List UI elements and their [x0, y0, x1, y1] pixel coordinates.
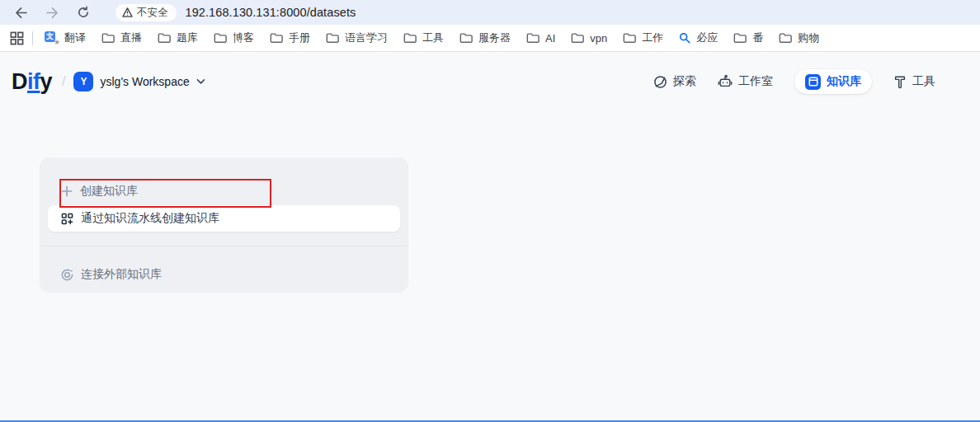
bookmark-label: AI [545, 32, 555, 45]
pipeline-blocks-icon [61, 213, 73, 225]
browser-toolbar: 不安全 192.168.130.131:8000/datasets [0, 0, 980, 25]
explore-compass-icon [653, 75, 667, 89]
bookmark-item[interactable]: 文★ 翻译 [45, 30, 86, 45]
connect-external-button[interactable]: 连接外部知识库 [48, 263, 400, 286]
workspace-name: yslg's Workspace [100, 75, 189, 88]
back-button[interactable] [10, 2, 31, 23]
back-arrow-icon [14, 6, 28, 20]
url-text[interactable]: 192.168.130.131:8000/datasets [186, 6, 356, 19]
bookmark-label: 工具 [422, 30, 444, 45]
folder-icon [158, 32, 171, 44]
bookmark-label: 手册 [289, 30, 310, 45]
bookmark-list: 文★ 翻译 直播 题库 博客 手册 语言学习 工具 服务器 AI vpn 工作 … [45, 30, 819, 45]
create-from-pipeline-button[interactable]: 通过知识流水线创建知识库 [48, 205, 400, 232]
bookmark-item[interactable]: 必应 [679, 30, 718, 45]
apps-grid-button[interactable] [10, 31, 24, 45]
bookmark-label: 番 [752, 30, 763, 45]
bookmark-item[interactable]: 直播 [101, 30, 142, 45]
bookmark-label: 服务器 [478, 30, 511, 45]
security-label: 不安全 [137, 6, 168, 20]
bookmark-label: 题库 [177, 30, 198, 45]
folder-icon [623, 32, 636, 44]
bookmark-label: 语言学习 [345, 30, 388, 45]
bookmark-item[interactable]: 手册 [270, 30, 310, 45]
folder-icon [403, 32, 417, 44]
bookmark-item[interactable]: 博客 [214, 30, 254, 45]
connect-external-icon [61, 269, 73, 281]
nav-explore-label: 探索 [673, 74, 696, 89]
bookmark-item[interactable]: 工具 [403, 30, 444, 45]
create-knowledge-card: 创建知识库 通过知识流水线创建知识库 连接外部知识库 [40, 157, 408, 293]
search-icon [679, 32, 690, 44]
bookmark-item[interactable]: 语言学习 [326, 30, 388, 45]
workspace-selector[interactable]: Y yslg's Workspace [73, 72, 205, 91]
folder-icon [326, 32, 339, 44]
bookmark-label: 必应 [696, 30, 718, 45]
folder-icon [101, 32, 115, 44]
nav-studio-label: 工作室 [738, 74, 773, 89]
refresh-button[interactable] [73, 2, 94, 23]
bookmark-label: vpn [590, 32, 607, 45]
warning-triangle-icon [122, 7, 133, 17]
bookmark-label: 购物 [798, 30, 819, 45]
forward-arrow-icon [45, 6, 59, 20]
chevron-down-icon [196, 78, 205, 85]
nav-explore[interactable]: 探索 [653, 74, 696, 89]
refresh-icon [77, 6, 90, 19]
dify-logo[interactable]: Dify [12, 69, 52, 95]
knowledge-book-icon [805, 74, 821, 90]
bookmarks-divider [32, 31, 33, 45]
nav-studio[interactable]: 工作室 [718, 74, 773, 89]
workspace-avatar: Y [73, 72, 93, 91]
bookmark-label: 工作 [642, 30, 663, 45]
folder-icon [571, 32, 584, 44]
translate-icon: 文★ [45, 31, 59, 45]
bookmark-item[interactable]: 番 [733, 30, 763, 45]
bookmark-label: 博客 [233, 30, 254, 45]
folder-icon [733, 32, 747, 44]
nav-knowledge[interactable]: 知识库 [794, 69, 872, 94]
create-knowledge-button[interactable]: 创建知识库 [48, 177, 400, 205]
folder-icon [214, 32, 227, 44]
nav-tools[interactable]: 工具 [893, 74, 935, 89]
bookmark-item[interactable]: 工作 [623, 30, 663, 45]
plus-icon [61, 185, 73, 197]
bookmark-item[interactable]: AI [526, 32, 555, 45]
app-header: Dify / Y yslg's Workspace 探索 工作室 知识库 [0, 53, 980, 110]
bookmark-item[interactable]: vpn [571, 32, 607, 45]
create-from-pipeline-label: 通过知识流水线创建知识库 [81, 211, 219, 226]
bookmark-item[interactable]: 服务器 [459, 30, 511, 45]
forward-button[interactable] [41, 2, 63, 23]
folder-icon [270, 32, 283, 44]
bookmark-label: 直播 [120, 30, 142, 45]
card-divider [40, 246, 408, 246]
robot-icon [718, 74, 733, 89]
breadcrumb-slash: / [62, 74, 65, 89]
bookmark-label: 翻译 [64, 30, 86, 45]
main-nav: 探索 工作室 知识库 工具 [653, 69, 935, 94]
nav-tools-label: 工具 [912, 74, 935, 89]
create-knowledge-label: 创建知识库 [80, 184, 138, 199]
security-chip[interactable]: 不安全 [115, 4, 177, 21]
nav-knowledge-label: 知识库 [827, 74, 861, 89]
apps-grid-icon [10, 31, 24, 45]
tools-icon [893, 75, 907, 89]
bookmark-item[interactable]: 购物 [779, 30, 819, 45]
folder-icon [459, 32, 473, 44]
folder-icon [779, 32, 792, 44]
dify-app: Dify / Y yslg's Workspace 探索 工作室 知识库 [0, 53, 980, 422]
bookmark-item[interactable]: 题库 [158, 30, 198, 45]
folder-icon [526, 32, 539, 44]
connect-external-label: 连接外部知识库 [81, 267, 162, 282]
bookmarks-bar: 文★ 翻译 直播 题库 博客 手册 语言学习 工具 服务器 AI vpn 工作 … [0, 25, 980, 52]
